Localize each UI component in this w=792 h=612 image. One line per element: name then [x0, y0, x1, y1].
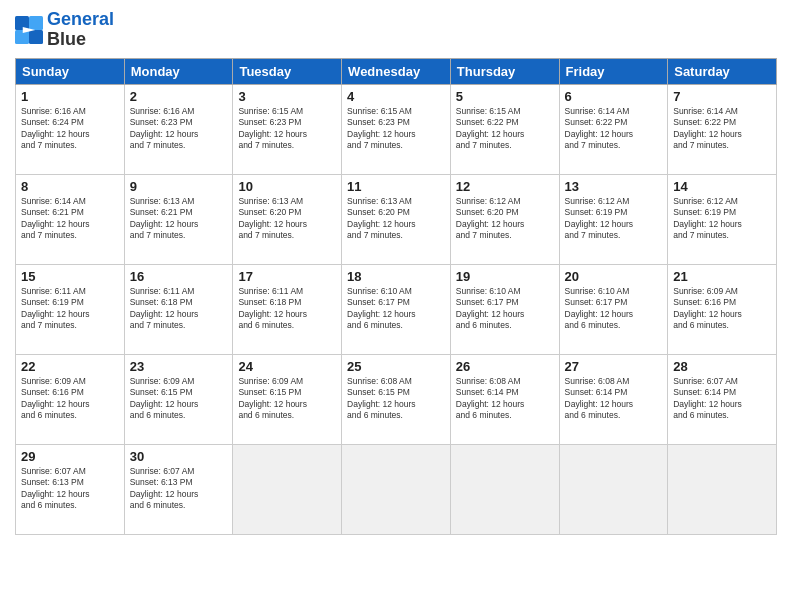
day-number: 28 [673, 359, 771, 374]
calendar-cell: 14Sunrise: 6:12 AM Sunset: 6:19 PM Dayli… [668, 174, 777, 264]
day-number: 22 [21, 359, 119, 374]
day-number: 29 [21, 449, 119, 464]
day-number: 13 [565, 179, 663, 194]
calendar-cell: 12Sunrise: 6:12 AM Sunset: 6:20 PM Dayli… [450, 174, 559, 264]
day-number: 1 [21, 89, 119, 104]
day-info: Sunrise: 6:12 AM Sunset: 6:19 PM Dayligh… [565, 196, 663, 242]
calendar-cell: 4Sunrise: 6:15 AM Sunset: 6:23 PM Daylig… [342, 84, 451, 174]
day-info: Sunrise: 6:14 AM Sunset: 6:21 PM Dayligh… [21, 196, 119, 242]
calendar-cell: 19Sunrise: 6:10 AM Sunset: 6:17 PM Dayli… [450, 264, 559, 354]
day-info: Sunrise: 6:10 AM Sunset: 6:17 PM Dayligh… [456, 286, 554, 332]
day-number: 9 [130, 179, 228, 194]
day-number: 8 [21, 179, 119, 194]
calendar-cell: 3Sunrise: 6:15 AM Sunset: 6:23 PM Daylig… [233, 84, 342, 174]
day-number: 21 [673, 269, 771, 284]
day-number: 2 [130, 89, 228, 104]
day-number: 4 [347, 89, 445, 104]
day-number: 17 [238, 269, 336, 284]
day-info: Sunrise: 6:13 AM Sunset: 6:20 PM Dayligh… [238, 196, 336, 242]
calendar-cell: 24Sunrise: 6:09 AM Sunset: 6:15 PM Dayli… [233, 354, 342, 444]
day-info: Sunrise: 6:15 AM Sunset: 6:22 PM Dayligh… [456, 106, 554, 152]
day-number: 10 [238, 179, 336, 194]
calendar-cell: 2Sunrise: 6:16 AM Sunset: 6:23 PM Daylig… [124, 84, 233, 174]
calendar-cell: 29Sunrise: 6:07 AM Sunset: 6:13 PM Dayli… [16, 444, 125, 534]
day-info: Sunrise: 6:08 AM Sunset: 6:14 PM Dayligh… [456, 376, 554, 422]
col-header-saturday: Saturday [668, 58, 777, 84]
day-info: Sunrise: 6:16 AM Sunset: 6:24 PM Dayligh… [21, 106, 119, 152]
day-number: 12 [456, 179, 554, 194]
calendar-cell: 20Sunrise: 6:10 AM Sunset: 6:17 PM Dayli… [559, 264, 668, 354]
day-info: Sunrise: 6:10 AM Sunset: 6:17 PM Dayligh… [347, 286, 445, 332]
week-row-1: 1Sunrise: 6:16 AM Sunset: 6:24 PM Daylig… [16, 84, 777, 174]
logo-icon [15, 16, 43, 44]
col-header-thursday: Thursday [450, 58, 559, 84]
day-info: Sunrise: 6:09 AM Sunset: 6:15 PM Dayligh… [130, 376, 228, 422]
day-info: Sunrise: 6:07 AM Sunset: 6:13 PM Dayligh… [130, 466, 228, 512]
day-info: Sunrise: 6:14 AM Sunset: 6:22 PM Dayligh… [565, 106, 663, 152]
calendar-cell [450, 444, 559, 534]
calendar-cell: 5Sunrise: 6:15 AM Sunset: 6:22 PM Daylig… [450, 84, 559, 174]
calendar-table: SundayMondayTuesdayWednesdayThursdayFrid… [15, 58, 777, 535]
day-number: 30 [130, 449, 228, 464]
day-info: Sunrise: 6:12 AM Sunset: 6:19 PM Dayligh… [673, 196, 771, 242]
day-number: 18 [347, 269, 445, 284]
calendar-cell: 10Sunrise: 6:13 AM Sunset: 6:20 PM Dayli… [233, 174, 342, 264]
day-info: Sunrise: 6:11 AM Sunset: 6:18 PM Dayligh… [238, 286, 336, 332]
calendar-cell: 16Sunrise: 6:11 AM Sunset: 6:18 PM Dayli… [124, 264, 233, 354]
logo-text: General Blue [47, 10, 114, 50]
svg-rect-1 [29, 16, 43, 30]
day-info: Sunrise: 6:16 AM Sunset: 6:23 PM Dayligh… [130, 106, 228, 152]
calendar-cell: 26Sunrise: 6:08 AM Sunset: 6:14 PM Dayli… [450, 354, 559, 444]
day-number: 11 [347, 179, 445, 194]
calendar-cell: 11Sunrise: 6:13 AM Sunset: 6:20 PM Dayli… [342, 174, 451, 264]
calendar-cell: 8Sunrise: 6:14 AM Sunset: 6:21 PM Daylig… [16, 174, 125, 264]
day-info: Sunrise: 6:12 AM Sunset: 6:20 PM Dayligh… [456, 196, 554, 242]
day-number: 19 [456, 269, 554, 284]
col-header-tuesday: Tuesday [233, 58, 342, 84]
calendar-cell: 7Sunrise: 6:14 AM Sunset: 6:22 PM Daylig… [668, 84, 777, 174]
col-header-friday: Friday [559, 58, 668, 84]
page-header: General Blue [15, 10, 777, 50]
week-row-5: 29Sunrise: 6:07 AM Sunset: 6:13 PM Dayli… [16, 444, 777, 534]
calendar-cell: 18Sunrise: 6:10 AM Sunset: 6:17 PM Dayli… [342, 264, 451, 354]
day-info: Sunrise: 6:09 AM Sunset: 6:15 PM Dayligh… [238, 376, 336, 422]
day-number: 5 [456, 89, 554, 104]
day-info: Sunrise: 6:13 AM Sunset: 6:21 PM Dayligh… [130, 196, 228, 242]
week-row-4: 22Sunrise: 6:09 AM Sunset: 6:16 PM Dayli… [16, 354, 777, 444]
calendar-cell: 6Sunrise: 6:14 AM Sunset: 6:22 PM Daylig… [559, 84, 668, 174]
day-number: 6 [565, 89, 663, 104]
svg-rect-2 [15, 30, 29, 44]
day-info: Sunrise: 6:10 AM Sunset: 6:17 PM Dayligh… [565, 286, 663, 332]
day-number: 15 [21, 269, 119, 284]
calendar-cell: 27Sunrise: 6:08 AM Sunset: 6:14 PM Dayli… [559, 354, 668, 444]
day-info: Sunrise: 6:07 AM Sunset: 6:13 PM Dayligh… [21, 466, 119, 512]
calendar-cell: 21Sunrise: 6:09 AM Sunset: 6:16 PM Dayli… [668, 264, 777, 354]
day-number: 23 [130, 359, 228, 374]
day-number: 26 [456, 359, 554, 374]
day-number: 14 [673, 179, 771, 194]
calendar-cell: 25Sunrise: 6:08 AM Sunset: 6:15 PM Dayli… [342, 354, 451, 444]
day-number: 7 [673, 89, 771, 104]
day-number: 20 [565, 269, 663, 284]
calendar-cell: 9Sunrise: 6:13 AM Sunset: 6:21 PM Daylig… [124, 174, 233, 264]
day-number: 3 [238, 89, 336, 104]
calendar-cell [559, 444, 668, 534]
day-number: 25 [347, 359, 445, 374]
calendar-cell [233, 444, 342, 534]
calendar-cell: 23Sunrise: 6:09 AM Sunset: 6:15 PM Dayli… [124, 354, 233, 444]
col-header-sunday: Sunday [16, 58, 125, 84]
calendar-cell: 17Sunrise: 6:11 AM Sunset: 6:18 PM Dayli… [233, 264, 342, 354]
svg-rect-0 [15, 16, 29, 30]
calendar-header-row: SundayMondayTuesdayWednesdayThursdayFrid… [16, 58, 777, 84]
week-row-3: 15Sunrise: 6:11 AM Sunset: 6:19 PM Dayli… [16, 264, 777, 354]
day-info: Sunrise: 6:13 AM Sunset: 6:20 PM Dayligh… [347, 196, 445, 242]
calendar-cell: 22Sunrise: 6:09 AM Sunset: 6:16 PM Dayli… [16, 354, 125, 444]
logo: General Blue [15, 10, 114, 50]
day-number: 27 [565, 359, 663, 374]
day-info: Sunrise: 6:08 AM Sunset: 6:15 PM Dayligh… [347, 376, 445, 422]
calendar-cell [342, 444, 451, 534]
svg-rect-3 [29, 30, 43, 44]
col-header-monday: Monday [124, 58, 233, 84]
day-info: Sunrise: 6:15 AM Sunset: 6:23 PM Dayligh… [238, 106, 336, 152]
day-info: Sunrise: 6:09 AM Sunset: 6:16 PM Dayligh… [21, 376, 119, 422]
